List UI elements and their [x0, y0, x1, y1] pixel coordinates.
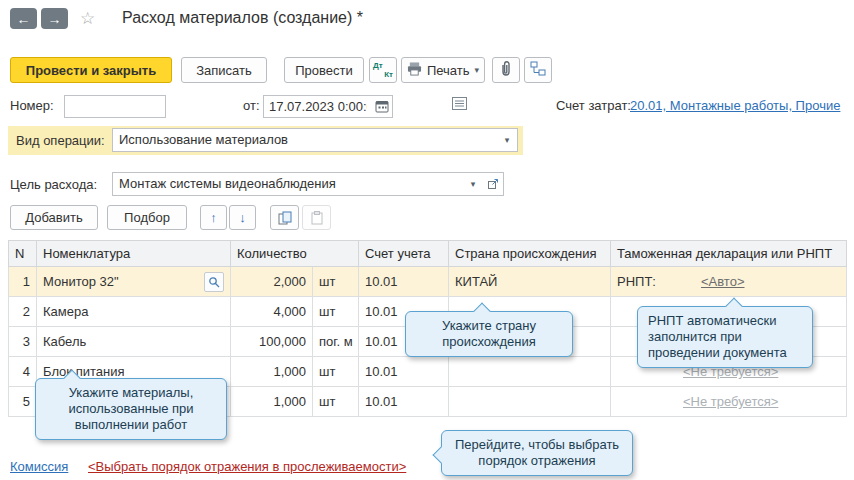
chevron-down-icon[interactable]: ▾: [497, 129, 517, 151]
paste-row-icon[interactable]: [302, 205, 331, 230]
document-window: ← → ☆ Расход материалов (создание) * Про…: [0, 0, 854, 480]
open-icon[interactable]: [483, 173, 503, 195]
number-input[interactable]: [65, 96, 165, 117]
pick-button[interactable]: Подбор: [107, 205, 187, 230]
commission-link[interactable]: Комиссия: [10, 459, 68, 474]
favorite-star-icon[interactable]: ☆: [80, 8, 95, 29]
add-row-button[interactable]: Добавить: [10, 205, 98, 230]
forward-button[interactable]: →: [41, 8, 68, 29]
chevron-down-icon: ▾: [475, 65, 480, 75]
back-button[interactable]: ←: [10, 8, 37, 29]
date-field-wrap: [263, 95, 393, 118]
col-header-account: Счет учета: [359, 241, 449, 267]
copy-row-icon[interactable]: [270, 205, 299, 230]
hint-country-of-origin: Укажите страну происхождения: [405, 311, 573, 357]
operation-combo[interactable]: Использование материалов ▾: [112, 128, 518, 152]
col-header-country: Страна происхождения: [449, 241, 611, 267]
hint-reflection-order: Перейдите, чтобы выбрать порядок отражен…: [441, 430, 633, 476]
move-down-icon[interactable]: ↓: [229, 205, 256, 230]
cost-account-label: Счет затрат:: [556, 98, 631, 113]
rnpt-auto-link[interactable]: <Авто>: [701, 274, 745, 289]
traceability-order-link[interactable]: <Выбрать порядок отражения в прослеживае…: [88, 459, 406, 474]
calendar-icon[interactable]: [372, 96, 392, 117]
operation-label: Вид операции:: [16, 133, 105, 148]
hint-specify-materials: Укажите материалы, использованные при вы…: [35, 378, 227, 440]
dtkt-postings-button[interactable]: ДтКт: [369, 57, 397, 83]
write-button[interactable]: Записать: [181, 57, 267, 83]
col-header-n: N: [9, 241, 37, 267]
printer-icon: [407, 62, 422, 79]
attachments-button[interactable]: [492, 57, 520, 83]
table-row[interactable]: 1 Монитор 32" 2,000 шт 10.01 КИТАЙ РНПТ:…: [9, 267, 847, 297]
col-header-declaration: Таможенная декларация или РНПТ: [611, 241, 847, 267]
page-title: Расход материалов (создание) *: [122, 9, 363, 27]
document-movements-icon[interactable]: [452, 97, 467, 113]
purpose-combo[interactable]: Монтаж системы видеонаблюдения ▾: [112, 172, 504, 196]
post-and-close-button[interactable]: Провести и закрыть: [10, 57, 172, 83]
not-required-link[interactable]: <Не требуется>: [683, 394, 778, 409]
cost-account-link[interactable]: 20.01, Монтажные работы, Прочие: [630, 98, 840, 113]
hint-pointer: [433, 447, 450, 464]
number-field-wrap: [64, 95, 166, 118]
structure-icon: [530, 61, 546, 79]
related-documents-button[interactable]: [524, 57, 552, 83]
rnpt-label: РНПТ:: [617, 274, 656, 289]
table-header-row: N Номенклатура Количество Счет учета Стр…: [9, 241, 847, 267]
chevron-down-icon[interactable]: ▾: [463, 173, 483, 195]
col-header-nomenclature: Номенклатура: [37, 241, 231, 267]
post-button[interactable]: Провести: [284, 57, 364, 83]
date-input[interactable]: [264, 96, 372, 117]
number-label: Номер:: [10, 98, 54, 113]
magnifier-icon[interactable]: [204, 272, 224, 292]
move-up-icon[interactable]: ↑: [200, 205, 227, 230]
print-button[interactable]: Печать ▾: [401, 57, 485, 83]
from-label: от:: [243, 98, 260, 113]
col-header-quantity: Количество: [231, 241, 359, 267]
purpose-label: Цель расхода:: [10, 177, 97, 192]
dtkt-icon: ДтКт: [373, 61, 393, 79]
hint-rnpt-autofill: РНПТ автоматически заполнится при провед…: [637, 306, 813, 368]
paperclip-icon: [499, 61, 513, 80]
